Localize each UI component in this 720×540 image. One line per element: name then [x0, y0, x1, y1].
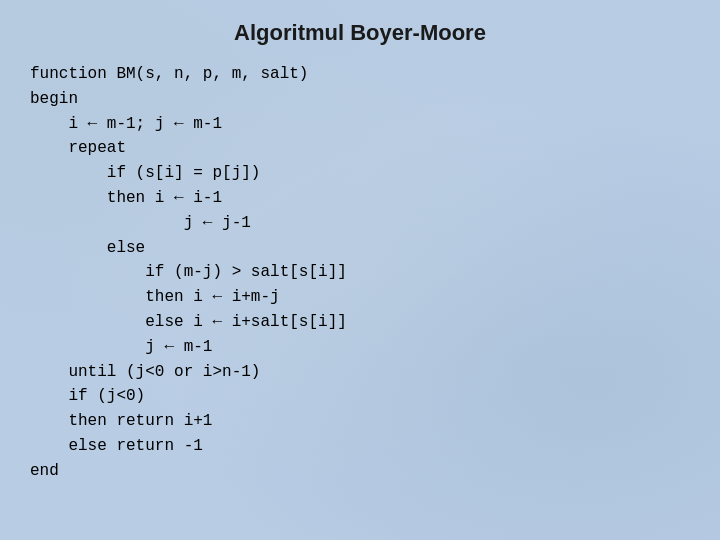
page-title: Algoritmul Boyer-Moore	[234, 20, 486, 46]
code-line-5: if (s[i] = p[j])	[30, 161, 720, 186]
code-line-4: repeat	[30, 136, 720, 161]
code-block: function BM(s, n, p, m, salt) begin i ← …	[0, 62, 720, 484]
code-line-13: until (j<0 or i>n-1)	[30, 360, 720, 385]
code-line-7: j ← j-1	[30, 211, 720, 236]
code-line-2: begin	[30, 87, 720, 112]
code-line-11: else i ← i+salt[s[i]]	[30, 310, 720, 335]
code-line-1: function BM(s, n, p, m, salt)	[30, 62, 720, 87]
code-line-8: else	[30, 236, 720, 261]
code-line-17: end	[30, 459, 720, 484]
code-line-10: then i ← i+m-j	[30, 285, 720, 310]
code-line-9: if (m-j) > salt[s[i]]	[30, 260, 720, 285]
code-line-15: then return i+1	[30, 409, 720, 434]
code-line-12: j ← m-1	[30, 335, 720, 360]
code-line-3: i ← m-1; j ← m-1	[30, 112, 720, 137]
code-line-14: if (j<0)	[30, 384, 720, 409]
code-line-16: else return -1	[30, 434, 720, 459]
code-line-6: then i ← i-1	[30, 186, 720, 211]
